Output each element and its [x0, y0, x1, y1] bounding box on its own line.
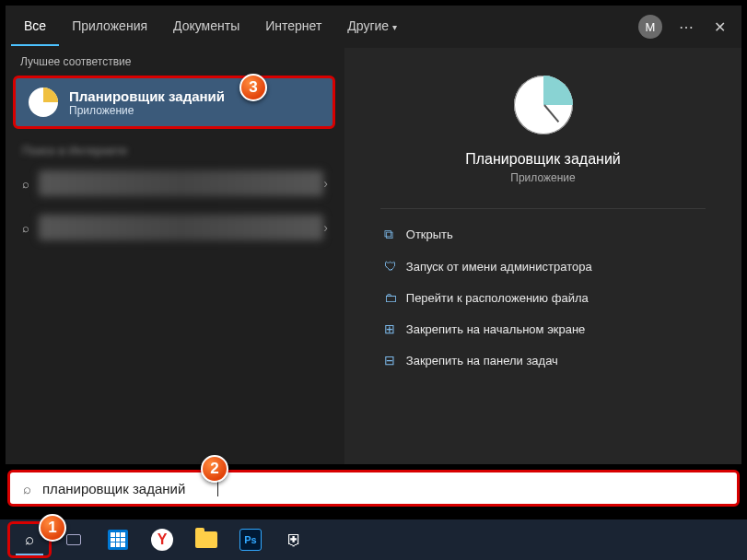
yandex-icon: Y: [151, 529, 173, 551]
best-match-item[interactable]: Планировщик заданий Приложение: [13, 76, 335, 129]
search-icon: ⌕: [22, 177, 39, 191]
taskbar-photoshop[interactable]: Ps: [228, 521, 273, 558]
taskbar-yandex[interactable]: Y: [140, 521, 184, 558]
task-scheduler-icon: [29, 88, 58, 117]
more-options-icon[interactable]: ⋯: [670, 18, 703, 36]
taskbar: ⌕ Y Ps ⛨: [0, 519, 747, 560]
web-result-text: [39, 170, 323, 196]
section-best-match: Лучшее соответствие: [6, 48, 344, 74]
results-list: Лучшее соответствие Планировщик заданий …: [6, 48, 344, 464]
web-result-item[interactable]: ⌕ ›: [6, 205, 344, 250]
search-input[interactable]: [42, 481, 217, 496]
photoshop-icon: Ps: [239, 529, 262, 551]
web-result-item[interactable]: ⌕ ›: [6, 161, 344, 205]
tab-all[interactable]: Все: [11, 7, 59, 46]
text-caret: [217, 480, 218, 496]
calendar-icon: [108, 530, 128, 550]
chevron-down-icon: ▾: [392, 22, 397, 32]
tab-more[interactable]: Другие▾: [334, 7, 410, 46]
close-icon[interactable]: ✕: [703, 18, 736, 36]
best-match-title: Планировщик заданий: [69, 88, 225, 104]
annotation-badge-2: 2: [201, 455, 228, 483]
search-tabs: Все Приложения Документы Интернет Другие…: [6, 6, 741, 48]
action-open-location[interactable]: 🗀Перейти к расположению файла: [380, 282, 706, 313]
admin-icon: 🛡: [384, 259, 406, 274]
shield-icon: ⛨: [286, 531, 303, 550]
open-icon: ⧉: [384, 227, 406, 242]
details-title: Планировщик заданий: [465, 151, 621, 168]
pin-start-icon: ⊞: [384, 321, 406, 336]
folder-icon: [195, 531, 217, 548]
taskbar-calendar[interactable]: [96, 521, 140, 558]
search-icon: ⌕: [23, 481, 31, 496]
action-open[interactable]: ⧉Открыть: [380, 218, 706, 251]
annotation-badge-3: 3: [239, 74, 267, 101]
details-subtitle: Приложение: [510, 171, 575, 184]
chevron-right-icon: ›: [323, 220, 328, 235]
section-web-search: Поиск в Интернете: [6, 136, 344, 161]
task-scheduler-large-icon: [514, 76, 573, 134]
details-pane: Планировщик заданий Приложение ⧉Открыть …: [344, 48, 741, 464]
search-icon: ⌕: [22, 221, 39, 235]
folder-icon: 🗀: [384, 290, 406, 305]
task-view-icon: [66, 534, 81, 545]
taskbar-security[interactable]: ⛨: [273, 521, 317, 558]
divider: [380, 208, 706, 209]
annotation-badge-1: 1: [39, 514, 66, 542]
best-match-subtitle: Приложение: [69, 104, 225, 117]
search-box[interactable]: ⌕: [7, 470, 740, 507]
web-result-text: [39, 215, 323, 240]
tab-documents[interactable]: Документы: [160, 7, 252, 46]
chevron-right-icon: ›: [323, 176, 328, 191]
action-run-as-admin[interactable]: 🛡Запуск от имени администратора: [380, 251, 706, 282]
pin-taskbar-icon: ⊟: [384, 353, 406, 368]
tab-apps[interactable]: Приложения: [59, 7, 160, 46]
taskbar-explorer[interactable]: [184, 521, 228, 558]
user-avatar[interactable]: M: [638, 15, 662, 39]
search-results-panel: Все Приложения Документы Интернет Другие…: [6, 6, 741, 464]
search-icon: ⌕: [25, 531, 34, 549]
action-pin-taskbar[interactable]: ⊟Закрепить на панели задач: [380, 344, 706, 376]
action-pin-start[interactable]: ⊞Закрепить на начальном экране: [380, 313, 706, 344]
tab-internet[interactable]: Интернет: [252, 7, 334, 46]
